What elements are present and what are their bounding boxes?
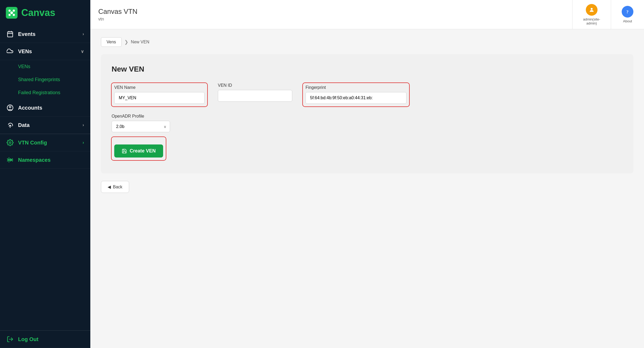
vens-chevron: ∨: [81, 49, 84, 54]
form-title: New VEN: [112, 65, 623, 73]
main-content: Canvas VTN vtn admin(site-admin) ? About: [90, 0, 644, 348]
svg-point-2: [13, 10, 15, 12]
namespaces-label: Namespaces: [18, 157, 50, 163]
sidebar-item-vtn-config[interactable]: VTN Config ›: [0, 134, 90, 151]
openadr-select[interactable]: 2.0a 2.0b: [112, 121, 170, 132]
back-icon: ◀: [108, 184, 111, 189]
svg-text:?: ?: [626, 9, 628, 14]
vens-submenu: VENs Shared Fingerprints Failed Registra…: [0, 60, 90, 99]
header: Canvas VTN vtn admin(site-admin) ? About: [90, 0, 644, 29]
openadr-select-wrapper: 2.0a 2.0b ∨: [112, 121, 170, 132]
sidebar-item-failed-registrations[interactable]: Failed Registrations: [0, 86, 90, 99]
events-chevron: ›: [83, 32, 84, 36]
ven-id-input[interactable]: [218, 90, 292, 102]
create-ven-button[interactable]: Create VEN: [114, 144, 163, 158]
fingerprint-input[interactable]: [306, 92, 406, 104]
openadr-field: OpenADR Profile 2.0a 2.0b ∨: [112, 114, 623, 132]
svg-point-1: [9, 10, 11, 12]
svg-point-11: [9, 106, 11, 108]
sidebar: Canvas Events › VENs ∨ VENs Shared: [0, 0, 90, 348]
breadcrumb-vens-link[interactable]: Vens: [101, 37, 122, 47]
ven-name-field: VEN Name: [114, 86, 205, 104]
svg-point-13: [9, 142, 11, 144]
admin-icon: [586, 4, 598, 16]
help-icon: ?: [622, 6, 633, 18]
create-ven-label: Create VEN: [130, 148, 156, 154]
logout-icon: [6, 335, 14, 343]
calendar-icon: [6, 30, 14, 38]
content-area: Vens ❯ New VEN New VEN VEN Name VEN ID: [90, 29, 644, 348]
fingerprint-label: Fingerprint: [306, 85, 406, 90]
back-label: Back: [113, 185, 122, 189]
form-fields-row: VEN Name VEN ID Fingerprint: [112, 83, 623, 106]
user-circle-icon: [6, 104, 14, 111]
svg-point-3: [9, 14, 11, 16]
fingerprint-highlight: Fingerprint: [303, 83, 409, 106]
openadr-label: OpenADR Profile: [112, 114, 623, 119]
header-title-area: Canvas VTN vtn: [90, 0, 572, 29]
svg-point-4: [13, 14, 15, 16]
about-label: About: [623, 19, 632, 23]
svg-point-17: [591, 8, 592, 10]
back-button[interactable]: ◀ Back: [101, 181, 129, 193]
ven-name-label: VEN Name: [114, 85, 205, 90]
about-button[interactable]: ? About: [611, 0, 644, 29]
svg-point-5: [10, 11, 13, 14]
cloud-icon: [6, 48, 14, 55]
svg-rect-6: [7, 32, 13, 37]
save-icon: [122, 148, 127, 154]
app-title: Canvas VTN: [98, 7, 564, 16]
header-actions: admin(site-admin) ? About: [572, 0, 644, 29]
vtn-config-label: VTN Config: [18, 140, 47, 146]
data-label: Data: [18, 122, 29, 128]
logo-text: Canvas: [21, 7, 55, 18]
sidebar-item-logout[interactable]: Log Out: [0, 330, 90, 348]
events-label: Events: [18, 31, 36, 37]
ven-name-highlight: VEN Name: [112, 83, 207, 106]
fingerprint-field: Fingerprint: [306, 86, 406, 104]
gear-icon: [6, 139, 14, 146]
sidebar-item-accounts[interactable]: Accounts: [0, 99, 90, 117]
accounts-label: Accounts: [18, 105, 42, 111]
new-ven-form-card: New VEN VEN Name VEN ID Fin: [101, 54, 633, 173]
sidebar-item-events[interactable]: Events ›: [0, 26, 90, 43]
data-chevron: ›: [83, 123, 84, 127]
vens-label: VENs: [18, 48, 32, 55]
breadcrumb-separator: ❯: [124, 39, 128, 45]
admin-label: admin(site-admin): [583, 17, 600, 25]
create-ven-highlight: Create VEN: [112, 137, 166, 160]
logout-label: Log Out: [18, 336, 39, 342]
breadcrumb: Vens ❯ New VEN: [101, 37, 633, 47]
admin-button[interactable]: admin(site-admin): [572, 0, 611, 29]
canvas-logo-icon: [5, 6, 18, 19]
vtn-config-chevron: ›: [83, 140, 84, 145]
cog-double-icon: [6, 156, 14, 164]
ven-id-field: VEN ID: [218, 83, 292, 102]
sidebar-item-data[interactable]: Data ›: [0, 117, 90, 134]
sidebar-item-shared-fingerprints[interactable]: Shared Fingerprints: [0, 73, 90, 86]
sidebar-item-vens-list[interactable]: VENs: [0, 60, 90, 73]
breadcrumb-current: New VEN: [131, 40, 149, 44]
header-subtitle: vtn: [98, 17, 564, 22]
cloud-upload-icon: [6, 121, 14, 129]
sidebar-item-vens[interactable]: VENs ∨: [0, 43, 90, 60]
logo-area: Canvas: [0, 0, 90, 26]
sidebar-nav: Events › VENs ∨ VENs Shared Fingerprints…: [0, 26, 90, 348]
ven-id-label: VEN ID: [218, 83, 292, 88]
ven-name-input[interactable]: [114, 92, 205, 104]
sidebar-item-namespaces[interactable]: Namespaces: [0, 151, 90, 169]
